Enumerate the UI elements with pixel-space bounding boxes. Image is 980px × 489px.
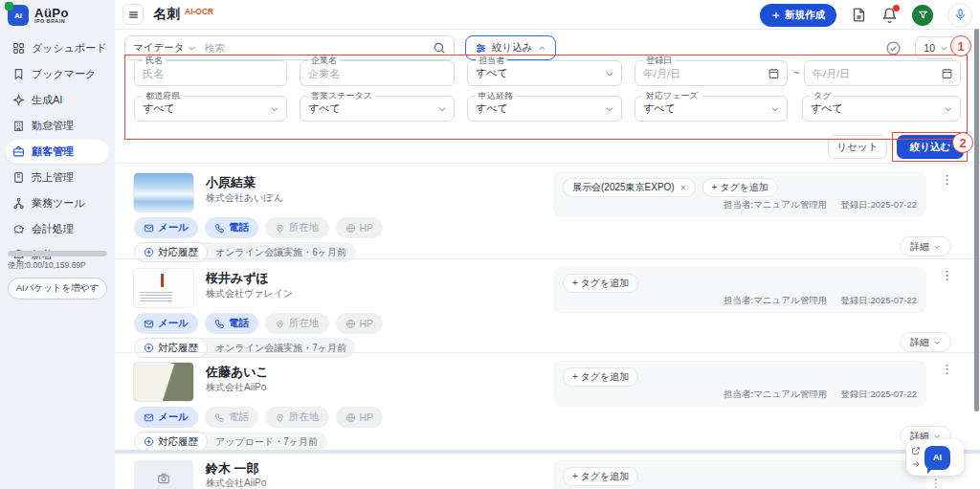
collapse-arrow-icon[interactable] — [911, 459, 921, 469]
select-all-icon[interactable] — [885, 40, 902, 56]
detail-button[interactable]: 詳細 — [900, 332, 951, 352]
mail-icon — [144, 412, 154, 423]
sidebar-item-business-tools[interactable]: 業務ツール — [6, 191, 109, 215]
field-label: 担当者 — [476, 55, 507, 67]
sidebar-item-customers[interactable]: 顧客管理 — [6, 140, 109, 164]
tag-label: 展示会(2025東京EXPO) — [572, 181, 675, 194]
add-tag-button[interactable]: + タグを追加 — [563, 467, 638, 486]
csv-export-icon[interactable] — [851, 7, 867, 23]
field-label: 氏名 — [143, 55, 166, 67]
hp-button[interactable]: HP — [336, 313, 384, 334]
sidebar-item-attendance[interactable]: 勤怠管理 — [6, 114, 109, 138]
filter-field-response-phase[interactable]: 対応フェーズ すべて — [635, 96, 788, 122]
chevron-down-icon — [605, 104, 614, 114]
sidebar-item-label: 勤怠管理 — [32, 119, 74, 133]
sidebar-item-generative-ai[interactable]: 生成AI — [6, 88, 109, 112]
contact-name: 鈴木 一郎 — [206, 460, 259, 478]
plus-circle-icon — [144, 247, 154, 257]
add-tag-button[interactable]: + タグを追加 — [563, 367, 638, 387]
row-menu-button[interactable]: ⋮ — [941, 271, 953, 280]
business-card-thumbnail[interactable] — [134, 363, 193, 401]
business-card-thumbnail[interactable] — [134, 269, 193, 307]
add-ai-packet-button[interactable]: AIパケットを増やす — [8, 278, 107, 300]
row-menu-button[interactable]: ⋮ — [941, 175, 953, 185]
filter-field-application-route[interactable]: 申込経路 すべて — [467, 96, 622, 122]
logo[interactable]: AI AüPo IPO BRAIN — [0, 0, 115, 31]
open-external-icon[interactable] — [911, 446, 921, 456]
hp-button[interactable]: HP — [336, 217, 384, 238]
add-history-button[interactable]: 対応履歴 — [134, 432, 208, 452]
field-label: 都道府県 — [143, 90, 183, 102]
chevron-down-icon — [605, 69, 614, 78]
filter-field-date-from[interactable]: 登録日 — [635, 60, 788, 86]
dashboard-icon — [12, 42, 25, 55]
apply-filter-button[interactable]: 絞り込む — [897, 135, 964, 159]
detail-button[interactable]: 詳細 — [900, 236, 951, 256]
sidebar-item-accounting[interactable]: 会計処理 — [6, 217, 109, 241]
phone-label: 電話 — [229, 411, 249, 424]
green-status-icon[interactable] — [912, 5, 933, 26]
phone-button[interactable]: 電話 — [205, 313, 258, 334]
filter-field-tag[interactable]: タグ すべて — [802, 96, 961, 122]
camera-icon — [157, 472, 170, 485]
toolbar-right: 10 — [885, 35, 957, 60]
phone-button[interactable]: 電話 — [205, 217, 258, 238]
vertical-scrollbar[interactable] — [974, 29, 979, 411]
remove-tag-icon[interactable]: × — [680, 183, 686, 193]
usage-progress-bar — [8, 251, 107, 256]
hp-button[interactable]: HP — [336, 407, 384, 428]
globe-icon — [345, 223, 356, 233]
location-button[interactable]: 所在地 — [265, 313, 329, 334]
tag-chip[interactable]: 展示会(2025東京EXPO)× — [563, 178, 696, 197]
date-to-input[interactable] — [805, 61, 924, 85]
add-tag-button[interactable]: + タグを追加 — [702, 178, 778, 197]
reset-button[interactable]: リセット — [828, 135, 887, 159]
chevron-down-icon — [933, 339, 941, 346]
contact-actions: メール 電話 所在地 HP — [134, 407, 383, 428]
microphone-button[interactable] — [947, 3, 972, 28]
contact-row: No Photo 鈴木 一郎 株式会社AiiPo システム マネージャー + タ… — [115, 456, 980, 489]
page-size-select[interactable]: 10 — [915, 36, 957, 59]
tag-panel: + タグを追加 担当者:マニュアル管理用 登録日:2025-07-22 — [553, 361, 926, 407]
search-input[interactable] — [204, 42, 425, 54]
filter-field-sales-status[interactable]: 営業ステータス すべて — [300, 96, 455, 122]
mail-button[interactable]: メール — [134, 407, 198, 428]
create-new-button[interactable]: 新規作成 — [760, 4, 836, 27]
notifications-button[interactable] — [881, 7, 898, 23]
sidebar-item-dashboard[interactable]: ダッシュボード — [6, 36, 109, 60]
contact-name: 桜井みずほ — [206, 270, 269, 287]
tag-panel: 展示会(2025東京EXPO)× + タグを追加 担当者:マニュアル管理用 登録… — [553, 171, 926, 217]
registered-meta: 登録日:2025-07-22 — [840, 199, 917, 211]
registered-meta: 登録日:2025-07-22 — [840, 389, 917, 401]
funnel-icon — [918, 10, 928, 20]
add-tag-button[interactable]: + タグを追加 — [563, 274, 638, 293]
bookmark-icon — [12, 68, 25, 80]
tag-panel: + タグを追加 担当者:マニュアル管理用 登録日:2025-07-22 — [553, 460, 926, 489]
hp-label: HP — [360, 222, 374, 233]
hamburger-menu-button[interactable] — [122, 4, 144, 25]
filter-field-owner[interactable]: 担当者 すべて — [467, 60, 622, 86]
phone-label: 電話 — [229, 221, 249, 234]
ai-chat-button[interactable]: AI — [924, 446, 950, 470]
business-card-thumbnail[interactable] — [134, 173, 193, 211]
row-menu-button[interactable]: ⋮ — [941, 365, 953, 374]
sidebar-item-bookmark[interactable]: ブックマーク — [6, 62, 109, 86]
no-photo-placeholder[interactable]: No Photo — [134, 460, 193, 489]
contact-name: 佐藤あいこ — [206, 364, 269, 381]
mail-button[interactable]: メール — [134, 313, 198, 334]
location-button[interactable]: 所在地 — [265, 407, 329, 428]
search-icon[interactable] — [433, 41, 446, 55]
globe-icon — [345, 412, 356, 423]
search-scope-select[interactable]: マイデータ — [125, 41, 204, 55]
location-button[interactable]: 所在地 — [265, 217, 329, 238]
filter-field-prefecture[interactable]: 都道府県 すべて — [134, 96, 287, 122]
location-label: 所在地 — [289, 317, 320, 330]
mail-button[interactable]: メール — [134, 217, 198, 238]
calendar-icon[interactable] — [768, 67, 780, 79]
filter-field-date-to[interactable] — [804, 60, 961, 86]
sidebar-item-sales[interactable]: 売上管理 — [6, 166, 109, 189]
widget-menu-icon[interactable]: ⋮ — [930, 477, 942, 489]
last-activity: オンライン会議実施・6ヶ月前 — [215, 246, 346, 259]
phone-button[interactable]: 電話 — [205, 407, 258, 428]
calendar-icon[interactable] — [941, 67, 953, 79]
